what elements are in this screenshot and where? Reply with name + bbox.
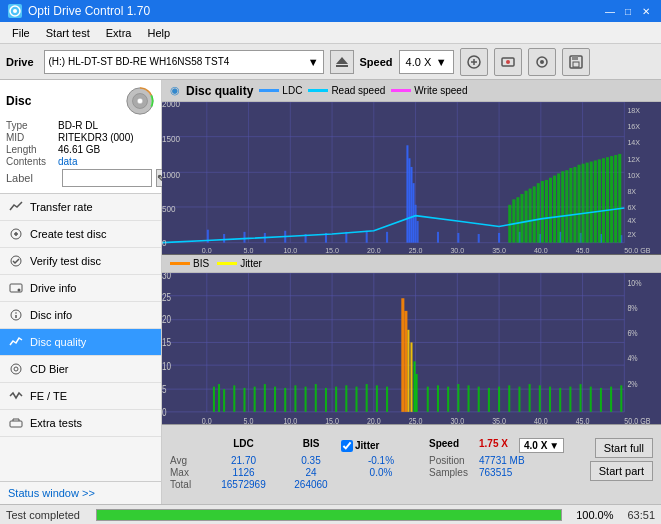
avg-ldc: 21.70 <box>206 455 281 466</box>
chart-title-icon: ◉ <box>170 84 180 97</box>
speed-header: Speed <box>429 438 479 453</box>
svg-text:14X: 14X <box>627 138 640 147</box>
start-part-button[interactable]: Start part <box>590 461 653 481</box>
svg-rect-85 <box>577 165 580 243</box>
disc-title: Disc <box>6 94 31 108</box>
chart-area: ◉ Disc quality LDC Read speed Write spee… <box>162 80 661 504</box>
legend-jitter-label: Jitter <box>240 258 262 269</box>
position-label: Position <box>429 455 479 466</box>
svg-rect-89 <box>594 160 597 242</box>
minimize-button[interactable]: — <box>603 4 617 18</box>
sidebar-item-disc-quality[interactable]: Disc quality <box>0 329 161 356</box>
svg-rect-82 <box>565 170 568 243</box>
app-icon <box>8 4 22 18</box>
svg-text:10%: 10% <box>627 277 641 287</box>
svg-text:40.0: 40.0 <box>534 246 548 253</box>
svg-point-18 <box>18 289 21 292</box>
svg-rect-84 <box>573 167 576 243</box>
start-full-button[interactable]: Start full <box>595 438 653 458</box>
action-button-1[interactable] <box>460 48 488 76</box>
speed-display-selector[interactable]: 4.0 X ▼ <box>519 438 564 453</box>
svg-text:10.0: 10.0 <box>283 246 297 253</box>
svg-rect-154 <box>345 385 347 412</box>
svg-marker-2 <box>336 57 348 64</box>
nav-label-transfer-rate: Transfer rate <box>30 201 93 213</box>
sidebar-item-create-test-disc[interactable]: Create test disc <box>0 221 161 248</box>
svg-rect-10 <box>572 56 578 60</box>
svg-text:20.0: 20.0 <box>367 416 381 424</box>
svg-rect-145 <box>254 386 256 411</box>
sidebar-item-fe-te[interactable]: FE / TE <box>0 383 161 410</box>
stats-ldc-header: LDC <box>206 438 281 453</box>
label-input[interactable] <box>62 169 152 187</box>
svg-rect-73 <box>529 189 532 243</box>
svg-rect-87 <box>586 163 589 243</box>
svg-rect-163 <box>414 361 416 412</box>
svg-text:1500: 1500 <box>162 134 180 144</box>
svg-rect-160 <box>404 310 407 411</box>
fe-te-icon <box>8 388 24 404</box>
svg-rect-90 <box>598 159 601 242</box>
disc-label-label: Label <box>6 172 58 184</box>
legend-bis: BIS <box>170 258 209 269</box>
legend-read-speed: Read speed <box>308 85 385 96</box>
svg-text:45.0: 45.0 <box>576 246 590 253</box>
sidebar-item-cd-bier[interactable]: CD Bier <box>0 356 161 383</box>
svg-rect-83 <box>569 168 572 243</box>
svg-text:10.0: 10.0 <box>283 416 297 424</box>
max-label: Max <box>170 467 206 478</box>
menu-help[interactable]: Help <box>139 25 178 41</box>
svg-text:8X: 8X <box>627 187 636 196</box>
svg-rect-88 <box>590 162 593 243</box>
menu-start-test[interactable]: Start test <box>38 25 98 41</box>
sidebar-item-transfer-rate[interactable]: Transfer rate <box>0 194 161 221</box>
disc-icon <box>125 86 155 116</box>
svg-rect-178 <box>559 387 561 411</box>
window-controls: — □ ✕ <box>603 4 653 18</box>
chart-header: ◉ Disc quality LDC Read speed Write spee… <box>162 80 661 102</box>
svg-rect-177 <box>549 386 551 411</box>
jitter-checkbox[interactable] <box>341 440 353 452</box>
svg-rect-60 <box>478 234 480 243</box>
nav-label-disc-quality: Disc quality <box>30 336 86 348</box>
sidebar-item-disc-info[interactable]: Disc info <box>0 302 161 329</box>
svg-rect-86 <box>582 164 585 243</box>
sidebar-item-verify-test-disc[interactable]: Verify test disc <box>0 248 161 275</box>
svg-text:2000: 2000 <box>162 102 180 109</box>
eject-button[interactable] <box>330 50 354 74</box>
nav-label-create-test-disc: Create test disc <box>30 228 106 240</box>
drive-selector[interactable]: (H:) HL-DT-ST BD-RE WH16NS58 TST4 ▼ <box>44 50 324 74</box>
action-button-3[interactable] <box>528 48 556 76</box>
legend-bis-label: BIS <box>193 258 209 269</box>
svg-text:6%: 6% <box>627 328 637 338</box>
close-button[interactable]: ✕ <box>639 4 653 18</box>
svg-rect-183 <box>610 386 612 411</box>
maximize-button[interactable]: □ <box>621 4 635 18</box>
svg-rect-53 <box>408 158 410 242</box>
svg-rect-44 <box>243 232 245 243</box>
position-value: 47731 MB <box>479 455 539 466</box>
sidebar-item-extra-tests[interactable]: Extra tests <box>0 410 161 437</box>
jitter-checkbox-area: Jitter <box>341 438 421 453</box>
menu-extra[interactable]: Extra <box>98 25 140 41</box>
action-button-2[interactable] <box>494 48 522 76</box>
svg-text:5.0: 5.0 <box>244 416 254 424</box>
svg-text:15.0: 15.0 <box>325 416 339 424</box>
svg-rect-77 <box>545 180 548 243</box>
menu-file[interactable]: File <box>4 25 38 41</box>
lower-chart: 30 25 20 15 10 5 0 10% 8% 6% 4% 2% 0.0 <box>162 273 661 425</box>
svg-rect-184 <box>620 385 622 412</box>
nav-label-fe-te: FE / TE <box>30 390 67 402</box>
status-window-button[interactable]: Status window >> <box>0 481 161 504</box>
svg-rect-166 <box>437 385 439 412</box>
svg-text:0: 0 <box>162 406 167 417</box>
svg-rect-181 <box>590 386 592 411</box>
svg-point-23 <box>14 367 18 371</box>
svg-text:40.0: 40.0 <box>534 416 548 424</box>
speed-selector[interactable]: 4.0 X ▼ <box>399 50 454 74</box>
svg-rect-61 <box>498 233 500 243</box>
sidebar-item-drive-info[interactable]: Drive info <box>0 275 161 302</box>
menu-bar: File Start test Extra Help <box>0 22 661 44</box>
svg-rect-158 <box>386 386 388 411</box>
action-button-save[interactable] <box>562 48 590 76</box>
